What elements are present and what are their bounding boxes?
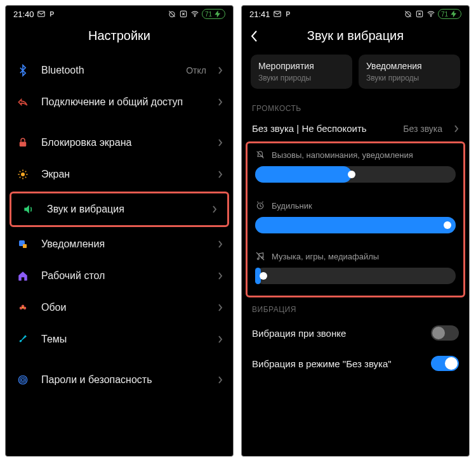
slider-label-text: Музыка, игры, медиафайлы — [272, 252, 379, 261]
music-off-icon — [255, 251, 265, 261]
highlight-volume-sliders: Вызовы, напоминания, уведомления Будильн… — [246, 141, 465, 297]
svg-text:P: P — [50, 10, 54, 18]
chevron-right-icon — [212, 205, 217, 213]
sound-card-events[interactable]: Мероприятия Звуки природы — [251, 55, 352, 89]
phone-left: 21:40 P 71 Настройки Bluetooth Откл По — [5, 5, 234, 457]
chevron-right-icon — [218, 171, 223, 178]
sun-icon — [16, 167, 30, 181]
card-title: Мероприятия — [258, 61, 345, 71]
settings-item-label: Экран — [41, 169, 206, 180]
settings-item-display[interactable]: Экран — [6, 159, 233, 190]
card-subtitle: Звуки природы — [258, 74, 345, 82]
settings-item-lockscreen[interactable]: Блокировка экрана — [6, 127, 233, 159]
settings-item-value: Откл — [186, 65, 206, 75]
chevron-right-icon — [218, 67, 223, 74]
p-icon: P — [48, 10, 57, 18]
section-vibration: ВИБРАЦИЯ — [242, 299, 469, 318]
page-title-left: Настройки — [6, 21, 233, 55]
flower-icon — [16, 301, 30, 315]
battery-badge: 71 — [438, 9, 461, 19]
svg-point-15 — [22, 379, 25, 382]
chevron-right-icon — [218, 272, 223, 280]
settings-item-label: Пароли и безопасность — [41, 374, 206, 386]
x-box-icon — [415, 10, 424, 18]
chevron-right-icon — [218, 336, 223, 343]
toggle-vibrate-ring[interactable]: Вибрация при звонке — [242, 318, 469, 348]
svg-rect-8 — [23, 244, 27, 248]
toggle-label: Вибрация в режиме "Без звука" — [252, 358, 431, 369]
p-icon: P — [284, 10, 293, 18]
toggle-vibrate-silent[interactable]: Вибрация в режиме "Без звука" — [242, 348, 469, 379]
mail-icon — [273, 10, 282, 18]
slider-media: Музыка, игры, медиафайлы — [248, 245, 463, 296]
svg-point-10 — [20, 307, 23, 310]
bell-off-icon — [255, 150, 265, 160]
page-title-right: Звук и вибрация — [242, 21, 469, 55]
lock-icon — [16, 136, 30, 150]
brush-icon — [16, 332, 30, 346]
x-box-icon — [179, 10, 188, 18]
settings-item-bluetooth[interactable]: Bluetooth Откл — [6, 55, 233, 86]
alarm-icon — [255, 200, 265, 211]
slider-alarm: Будильник — [248, 194, 463, 245]
settings-item-label: Обои — [41, 302, 206, 313]
card-title: Уведомления — [366, 61, 453, 71]
settings-item-label: Рабочий стол — [41, 270, 206, 282]
settings-item-label: Блокировка экрана — [41, 137, 206, 148]
toggle-label: Вибрация при звонке — [252, 328, 431, 339]
chevron-right-icon — [218, 98, 223, 106]
fingerprint-icon — [16, 373, 30, 387]
settings-item-home[interactable]: Рабочий стол — [6, 260, 233, 292]
alarm-off-icon — [404, 10, 413, 18]
battery-badge: 71 — [202, 9, 225, 19]
chevron-right-icon — [218, 139, 223, 147]
silent-dnd-row[interactable]: Без звука | Не беспокоить Без звука — [242, 117, 469, 140]
status-time: 21:41 — [249, 10, 270, 19]
svg-point-4 — [194, 16, 195, 16]
settings-item-label: Подключение и общий доступ — [41, 96, 206, 108]
svg-point-14 — [20, 377, 26, 383]
chevron-right-icon — [218, 240, 223, 248]
settings-item-sound[interactable]: Звук и вибрация — [11, 193, 227, 225]
svg-point-11 — [23, 307, 27, 310]
slider-ring: Вызовы, напоминания, уведомления — [248, 143, 463, 194]
settings-item-security[interactable]: Пароли и безопасность — [6, 364, 233, 396]
settings-item-connection[interactable]: Подключение и общий доступ — [6, 86, 233, 118]
settings-item-notifications[interactable]: Уведомления — [6, 228, 233, 260]
settings-item-wallpaper[interactable]: Обои — [6, 292, 233, 323]
highlight-sound: Звук и вибрация — [10, 192, 229, 227]
volume-icon — [22, 202, 36, 216]
section-volume: ГРОМКОСТЬ — [242, 98, 469, 117]
settings-item-label: Bluetooth — [41, 65, 175, 76]
chevron-right-icon — [218, 304, 223, 311]
silent-label: Без звука | Не беспокоить — [252, 123, 392, 134]
svg-point-12 — [22, 307, 24, 309]
phone-right: 21:41 P 71 Звук и вибрация Мероприятия З… — [241, 5, 470, 457]
toggle-switch[interactable] — [431, 325, 459, 341]
slider-label-text: Будильник — [272, 201, 312, 211]
toggle-switch[interactable] — [431, 356, 459, 371]
back-button[interactable] — [251, 30, 258, 46]
statusbar-right: 21:41 P 71 — [242, 6, 469, 21]
chevron-right-icon — [218, 376, 223, 384]
slider-ring-track[interactable] — [255, 166, 456, 183]
settings-item-label: Звук и вибрация — [47, 204, 201, 215]
chevron-right-icon — [454, 125, 459, 133]
svg-point-6 — [21, 173, 25, 176]
wifi-icon — [426, 10, 435, 18]
home-icon — [16, 269, 30, 283]
notification-icon — [16, 237, 30, 251]
slider-media-track[interactable] — [255, 268, 456, 284]
svg-rect-5 — [20, 142, 27, 147]
silent-value: Без звука — [403, 124, 442, 134]
sound-card-notifications[interactable]: Уведомления Звуки природы — [359, 55, 460, 89]
slider-label-text: Вызовы, напоминания, уведомления — [272, 150, 413, 160]
svg-text:P: P — [286, 10, 290, 18]
mail-icon — [37, 10, 46, 18]
statusbar-left: 21:40 P 71 — [6, 6, 233, 21]
card-subtitle: Звуки природы — [366, 74, 453, 82]
settings-item-themes[interactable]: Темы — [6, 323, 233, 355]
alarm-off-icon — [168, 10, 176, 18]
wifi-icon — [190, 10, 199, 18]
slider-alarm-track[interactable] — [255, 217, 456, 233]
